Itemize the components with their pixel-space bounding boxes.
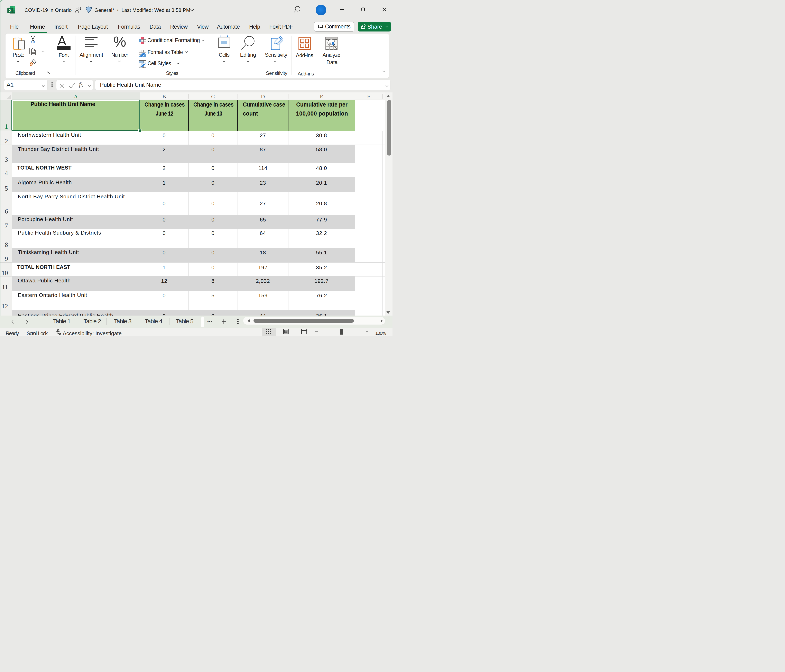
svg-text:X: X — [9, 8, 11, 13]
svg-text:%: % — [114, 36, 126, 48]
